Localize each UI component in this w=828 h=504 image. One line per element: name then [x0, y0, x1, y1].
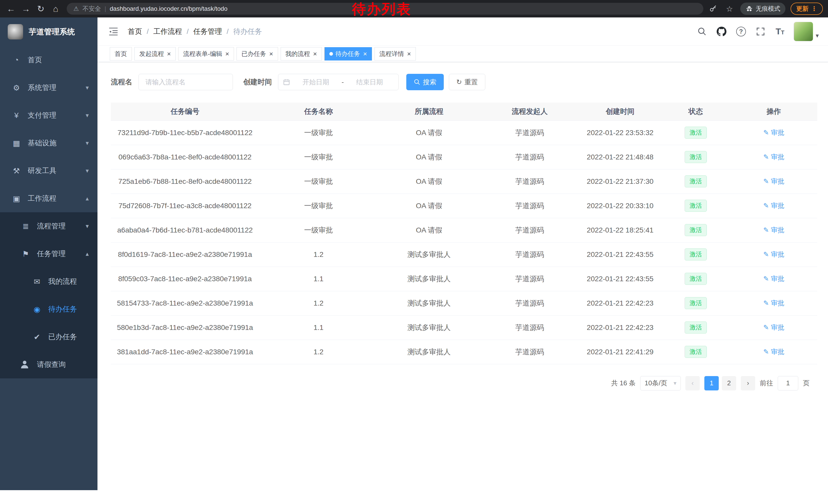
logo-avatar — [8, 24, 23, 40]
approve-link[interactable]: ✎ 审批 — [763, 250, 784, 259]
tab-close-icon[interactable]: × — [363, 50, 367, 57]
page-number-button[interactable]: 1 — [704, 376, 719, 391]
browser-back-button[interactable]: ← — [4, 2, 18, 16]
page-number-button[interactable]: 2 — [722, 376, 736, 391]
sidebar-item-infra[interactable]: ▦ 基础设施 ▾ — [0, 129, 97, 157]
app-logo[interactable]: 芋道管理系统 — [0, 17, 97, 46]
approve-link[interactable]: ✎ 审批 — [763, 299, 784, 308]
message-icon: ✉ — [32, 277, 42, 286]
gear-icon: ⚙ — [11, 83, 22, 92]
sidebar-item-process-mgmt[interactable]: ≣ 流程管理 ▾ — [0, 212, 97, 240]
font-size-icon[interactable]: TT — [774, 26, 786, 37]
sidebar-item-workflow[interactable]: ▣ 工作流程 ▴ — [0, 185, 97, 212]
search-icon — [414, 79, 420, 85]
tab[interactable]: 我的流程 × — [281, 47, 322, 60]
date-range-picker[interactable]: 开始日期 - 结束日期 — [278, 74, 399, 90]
tab[interactable]: 流程表单-编辑 × — [178, 47, 234, 60]
cell-task-name: 1.2 — [259, 291, 378, 315]
goto-page-input[interactable] — [778, 376, 798, 391]
browser-update-button[interactable]: 更新 ⋮ — [791, 3, 823, 15]
tab-close-icon[interactable]: × — [225, 50, 229, 57]
sidebar-item-home[interactable]: ◔ 首页 — [0, 46, 97, 74]
tab-label: 已办任务 — [241, 50, 266, 58]
approve-link[interactable]: ✎ 审批 — [763, 177, 784, 186]
dashboard-icon: ◔ — [11, 56, 22, 64]
search-button[interactable]: 搜索 — [406, 74, 444, 90]
sidebar-item-devtools[interactable]: ⚒ 研发工具 ▾ — [0, 157, 97, 185]
hamburger-icon[interactable] — [108, 26, 119, 37]
tab-label: 流程表单-编辑 — [183, 50, 222, 58]
incognito-icon — [745, 5, 753, 12]
goto-label: 前往 — [760, 379, 773, 387]
reset-button[interactable]: ↻ 重置 — [449, 74, 485, 90]
breadcrumb-separator: / — [227, 28, 229, 36]
github-icon[interactable] — [716, 26, 728, 37]
help-icon[interactable]: ? — [735, 26, 747, 37]
browser-menu-icon[interactable]: ⋮ — [811, 5, 817, 12]
breadcrumb-workflow[interactable]: 工作流程 — [153, 27, 182, 36]
caret-down-icon: ▾ — [816, 32, 819, 41]
sidebar-item-leave-query[interactable]: 请假查询 — [0, 351, 97, 378]
browser-home-button[interactable]: ⌂ — [49, 2, 63, 16]
start-date-placeholder[interactable]: 开始日期 — [292, 78, 340, 87]
cell-process: 测试多审批人 — [378, 340, 480, 364]
cell-task-name: 一级审批 — [259, 193, 378, 218]
process-name-input[interactable] — [140, 74, 232, 90]
cell-task-id: 73211d9d-7b9b-11ec-b5b7-acde48001122 — [111, 121, 259, 145]
cell-task-name: 一级审批 — [259, 218, 378, 242]
approve-link[interactable]: ✎ 审批 — [763, 348, 784, 356]
page-numbers: 12 — [704, 376, 736, 391]
tab[interactable]: 流程详情 × — [374, 47, 416, 60]
sidebar-item-done-task[interactable]: ✔ 已办任务 — [0, 323, 97, 351]
eye-icon: ◉ — [32, 305, 42, 314]
edit-icon: ✎ — [763, 324, 769, 331]
end-date-placeholder[interactable]: 结束日期 — [345, 78, 394, 87]
cell-status: 激活 — [661, 145, 730, 169]
insecure-warning-icon: ⚠ — [73, 5, 79, 12]
breadcrumb-home[interactable]: 首页 — [128, 27, 142, 36]
next-page-button[interactable]: › — [741, 376, 755, 391]
cell-action: ✎ 审批 — [730, 145, 817, 169]
sidebar-item-task-mgmt[interactable]: ⚑ 任务管理 ▴ — [0, 240, 97, 268]
cell-create-time: 2022-01-22 18:25:41 — [579, 218, 661, 242]
bookmark-star-icon[interactable]: ☆ — [724, 3, 735, 14]
browser-reload-button[interactable]: ↻ — [34, 2, 48, 16]
app-title: 芋道管理系统 — [29, 27, 75, 37]
page-unit-label: 页 — [803, 379, 810, 387]
tab-close-icon[interactable]: × — [407, 50, 411, 57]
sidebar-label: 请假查询 — [37, 360, 66, 369]
tab[interactable]: 首页 × — [110, 47, 132, 60]
tab-close-icon[interactable]: × — [313, 50, 317, 57]
approve-link[interactable]: ✎ 审批 — [763, 152, 784, 162]
tab[interactable]: 已办任务 × — [237, 47, 278, 60]
approve-link[interactable]: ✎ 审批 — [763, 226, 784, 235]
tab-close-icon[interactable]: × — [269, 50, 273, 57]
search-icon[interactable] — [696, 26, 708, 37]
cell-action: ✎ 审批 — [730, 218, 817, 242]
tab[interactable]: 发起流程 × — [134, 47, 176, 60]
approve-link[interactable]: ✎ 审批 — [763, 323, 784, 332]
sidebar-item-my-process[interactable]: ✉ 我的流程 — [0, 268, 97, 295]
cell-process: 测试多审批人 — [378, 267, 480, 291]
sidebar-item-system[interactable]: ⚙ 系统管理 ▾ — [0, 74, 97, 101]
approve-link[interactable]: ✎ 审批 — [763, 274, 784, 283]
sidebar-item-payment[interactable]: ¥ 支付管理 ▾ — [0, 101, 97, 129]
approve-link-label: 审批 — [771, 128, 784, 137]
browser-forward-button[interactable]: → — [19, 2, 33, 16]
cell-create-time: 2022-01-22 20:33:10 — [579, 193, 661, 218]
approve-link[interactable]: ✎ 审批 — [763, 201, 784, 210]
password-key-icon[interactable] — [707, 3, 719, 14]
approve-link[interactable]: ✎ 审批 — [763, 128, 784, 137]
tab-close-icon[interactable]: × — [167, 50, 171, 57]
prev-page-button[interactable]: ‹ — [686, 376, 700, 391]
tab-label: 流程详情 — [379, 50, 404, 58]
sidebar-label: 工作流程 — [28, 193, 56, 203]
avatar[interactable] — [794, 22, 813, 41]
fullscreen-icon[interactable] — [755, 26, 767, 37]
user-menu[interactable]: ▾ — [794, 22, 819, 41]
chevron-down-icon: ▾ — [86, 167, 89, 174]
tab[interactable]: 待办任务 × — [325, 47, 372, 60]
sidebar-item-todo-task[interactable]: ◉ 待办任务 — [0, 295, 97, 323]
breadcrumb-task-mgmt[interactable]: 任务管理 — [194, 27, 222, 36]
page-size-select[interactable]: 10条/页 ▾ — [640, 376, 681, 391]
